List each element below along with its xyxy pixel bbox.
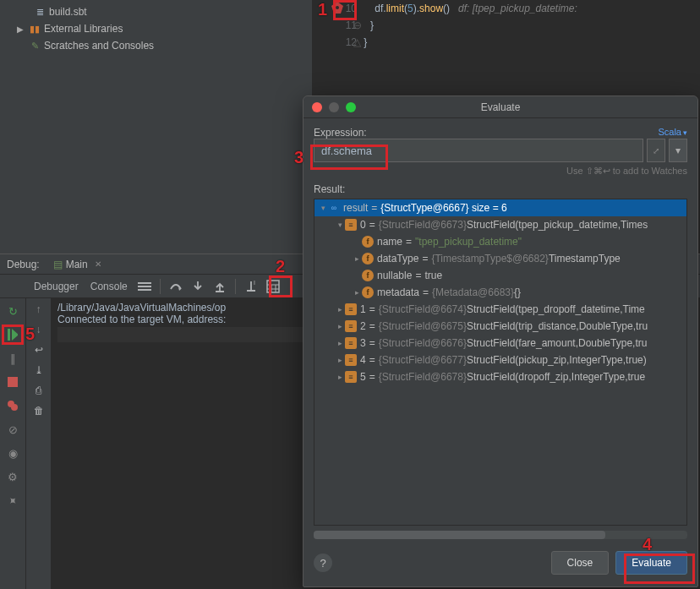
- result-tree[interactable]: ▾ ∞ result = {StructType@6667} size = 6 …: [314, 199, 687, 526]
- tree-item-build-sbt[interactable]: ≣ build.sbt: [0, 3, 312, 20]
- result-row[interactable]: ▸fmetadata={Metadata@6683} {}: [314, 284, 686, 301]
- library-icon: ▮▮: [29, 24, 41, 35]
- evaluate-dialog: Evaluate Expression: Scala df.schema ⤢ ▾…: [303, 95, 698, 587]
- run-config-icon: ▤: [53, 259, 63, 270]
- svg-point-7: [11, 404, 18, 411]
- expression-label: Expression:: [314, 127, 367, 139]
- svg-rect-1: [216, 291, 224, 292]
- debug-label: Debug:: [7, 259, 40, 270]
- print-icon[interactable]: ⎙: [36, 384, 41, 396]
- result-row[interactable]: fname="tpep_pickup_datetime": [314, 233, 686, 250]
- tree-label: build.sbt: [49, 6, 87, 18]
- result-row[interactable]: ▸≡5={StructField@6678} StructField(dropo…: [314, 368, 686, 385]
- up-icon[interactable]: ↑: [36, 303, 41, 315]
- rerun-icon[interactable]: ↻: [5, 303, 20, 319]
- line-number: 10: [346, 0, 357, 17]
- view-breakpoints-icon[interactable]: [5, 398, 20, 413]
- breakpoint-icon[interactable]: [331, 2, 343, 14]
- pin-icon[interactable]: ✦: [2, 489, 23, 510]
- tree-label: Scratches and Consoles: [44, 40, 154, 52]
- stop-icon[interactable]: [5, 374, 20, 390]
- result-label: Result:: [314, 183, 687, 195]
- node-icon: ≡: [345, 371, 357, 383]
- svg-text:I: I: [254, 281, 255, 286]
- step-out-icon[interactable]: [210, 277, 230, 296]
- debug-left-toolbar: ↻ ∥ ⊘ ◉ ⚙ ✦: [0, 298, 25, 589]
- svg-rect-5: [8, 377, 18, 387]
- result-row[interactable]: fnullable=true: [314, 267, 686, 284]
- down-icon[interactable]: ↓: [36, 324, 41, 335]
- svg-rect-4: [8, 329, 10, 341]
- window-close-icon[interactable]: [312, 102, 322, 112]
- close-tab-icon[interactable]: ✕: [95, 259, 101, 269]
- language-selector[interactable]: Scala: [658, 127, 687, 137]
- resume-icon[interactable]: [5, 327, 20, 342]
- svg-rect-3: [267, 281, 279, 292]
- close-button[interactable]: Close: [551, 551, 610, 575]
- tab-label: Main: [66, 259, 88, 270]
- mute-breakpoints-icon[interactable]: ⊘: [5, 422, 20, 437]
- clear-icon[interactable]: 🗑: [34, 405, 44, 417]
- result-row[interactable]: ▸≡3={StructField@6676} StructField(fare_…: [314, 335, 686, 352]
- settings-icon[interactable]: ⚙: [5, 469, 20, 484]
- evaluate-button[interactable]: Evaluate: [615, 551, 687, 575]
- tab-debugger[interactable]: Debugger: [29, 277, 84, 296]
- run-to-cursor-icon[interactable]: I: [241, 277, 261, 296]
- file-icon: ≣: [34, 7, 46, 18]
- step-into-icon[interactable]: [188, 277, 208, 296]
- dialog-title: Evaluate: [481, 101, 521, 113]
- node-icon: f: [362, 236, 374, 248]
- node-icon: ≡: [345, 354, 357, 366]
- svg-point-0: [336, 6, 339, 9]
- node-icon: ≡: [345, 219, 357, 231]
- node-icon: f: [362, 270, 374, 281]
- shortcut-hint: Use ⇧⌘↩ to add to Watches: [314, 166, 687, 177]
- result-row[interactable]: ▸≡2={StructField@6675} StructField(trip_…: [314, 318, 686, 335]
- result-row[interactable]: ▸≡1={StructField@6674} StructField(tpep_…: [314, 301, 686, 318]
- camera-icon[interactable]: ◉: [5, 445, 20, 461]
- object-icon: ∞: [328, 202, 340, 214]
- soft-wrap-icon[interactable]: ↩: [35, 344, 43, 356]
- window-maximize-icon[interactable]: [346, 102, 356, 112]
- horizontal-scrollbar[interactable]: [314, 531, 687, 539]
- project-tree[interactable]: ≣ build.sbt ▶ ▮▮ External Libraries ✎ Sc…: [0, 0, 313, 254]
- tree-label: External Libraries: [44, 23, 123, 35]
- chevron-right-icon: ▶: [17, 25, 25, 34]
- dialog-titlebar[interactable]: Evaluate: [304, 96, 697, 118]
- result-row[interactable]: ▸≡4={StructField@6677} StructField(picku…: [314, 352, 686, 368]
- threads-icon[interactable]: [134, 277, 155, 296]
- tree-item-external-libraries[interactable]: ▶ ▮▮ External Libraries: [0, 20, 312, 37]
- node-icon: ≡: [345, 303, 357, 315]
- node-icon: ≡: [345, 320, 357, 332]
- result-row[interactable]: ▾≡0={StructField@6673} StructField(tpep_…: [314, 216, 686, 233]
- tree-item-scratches[interactable]: ✎ Scratches and Consoles: [0, 37, 312, 54]
- scroll-end-icon[interactable]: ⤓: [35, 364, 43, 376]
- history-dropdown-icon[interactable]: ▾: [669, 139, 687, 162]
- result-row[interactable]: ▸fdataType={TimestampType$@6682} Timesta…: [314, 250, 686, 267]
- help-icon[interactable]: ?: [314, 554, 332, 572]
- console-side-toolbar: ↑ ↓ ↩ ⤓ ⎙ 🗑: [25, 298, 51, 589]
- debug-tab-main[interactable]: ▤ Main ✕: [48, 257, 107, 272]
- evaluate-expression-icon[interactable]: [263, 277, 283, 296]
- window-minimize-icon[interactable]: [329, 102, 339, 112]
- result-root-row[interactable]: ▾ ∞ result = {StructType@6667} size = 6: [314, 199, 686, 216]
- node-icon: ≡: [345, 337, 357, 349]
- tab-console[interactable]: Console: [85, 277, 133, 296]
- step-over-icon[interactable]: [166, 277, 186, 296]
- pause-icon[interactable]: ∥: [5, 351, 20, 366]
- node-icon: f: [362, 253, 374, 265]
- scratch-icon: ✎: [29, 41, 41, 52]
- expand-editor-icon[interactable]: ⤢: [647, 139, 665, 162]
- node-icon: f: [362, 286, 374, 298]
- expression-input[interactable]: df.schema: [314, 139, 643, 162]
